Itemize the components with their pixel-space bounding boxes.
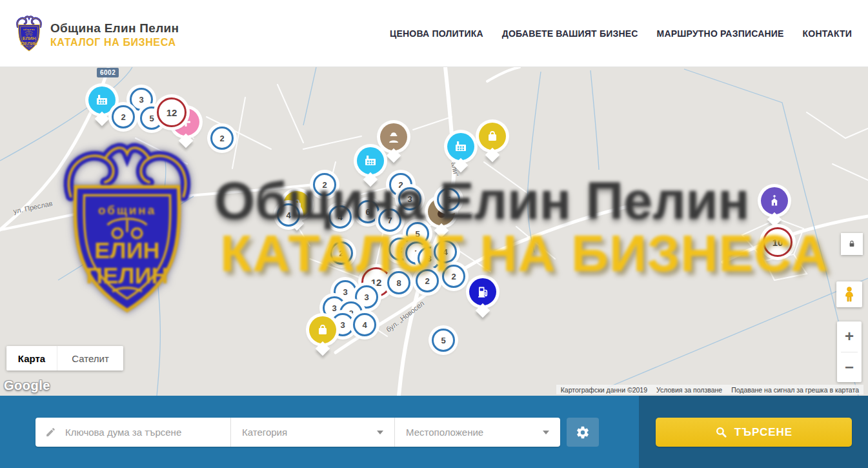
cluster-marker[interactable]: 10 [763, 227, 792, 257]
pegman-icon [841, 286, 858, 303]
nav-item-3[interactable]: КОНТАКТИ [803, 28, 852, 39]
search-controls-group: Категория Местоположение [35, 418, 560, 447]
chevron-down-icon [543, 431, 549, 434]
search-button[interactable]: ТЪРСЕНЕ [656, 418, 852, 447]
site-subtitle: КАТАЛОГ НА БИЗНЕСА [50, 37, 179, 48]
cluster-marker[interactable]: 3 [398, 187, 421, 210]
zoom-in-button[interactable]: + [837, 321, 862, 352]
attribution-data: Картографски данни ©2019 [556, 385, 652, 394]
map-type-control: Карта Сателит [6, 346, 123, 371]
chevron-down-icon [377, 431, 383, 434]
nav-item-1[interactable]: ДОБАВЕТЕ ВАШИЯТ БИЗНЕС [502, 28, 638, 39]
main-nav: ЦЕНОВА ПОЛИТИКАДОБАВЕТЕ ВАШИЯТ БИЗНЕСМАР… [390, 0, 852, 66]
svg-text:ЕЛИН: ЕЛИН [23, 36, 35, 41]
attribution-terms-link[interactable]: Условия за ползване [652, 385, 727, 394]
cluster-marker[interactable]: 2 [210, 127, 234, 150]
zoom-out-button[interactable]: − [837, 352, 862, 383]
bag-pin-marker[interactable] [309, 316, 336, 343]
worker-pin-marker[interactable] [380, 123, 407, 150]
bag-pin-marker[interactable] [479, 123, 506, 150]
cluster-marker[interactable]: 8 [387, 271, 410, 294]
nav-item-0[interactable]: ЦЕНОВА ПОЛИТИКА [390, 28, 483, 39]
cluster-marker[interactable]: 6 [356, 200, 379, 223]
location-select-value: Местоположение [406, 427, 483, 438]
cluster-marker[interactable]: 2 [313, 173, 336, 196]
cluster-marker[interactable]: 12 [157, 97, 187, 127]
marker-layer: 3251222235464752278412822333834510 [0, 67, 868, 396]
cluster-marker[interactable]: 4 [353, 313, 376, 336]
lock-button[interactable] [841, 233, 863, 255]
category-select-value: Категория [242, 427, 287, 438]
google-logo[interactable]: Google [4, 378, 50, 393]
cluster-marker[interactable]: 7 [378, 209, 401, 232]
svg-text:ПЕЛИН: ПЕЛИН [21, 41, 37, 46]
lock-icon [847, 239, 857, 249]
page: община ЕЛИН ПЕЛИН Община Елин Пелин КАТА… [0, 0, 868, 468]
category-select[interactable]: Категория [231, 418, 394, 447]
cluster-marker[interactable]: 4 [328, 205, 352, 229]
factory-pin-marker[interactable] [88, 86, 116, 114]
map-canvas[interactable]: 60028ул. Преславбул. „Новоселали“ 325122… [0, 67, 868, 396]
cluster-marker[interactable]: 2 [330, 241, 353, 265]
municipality-logo[interactable]: община ЕЛИН ПЕЛИН [14, 15, 44, 52]
pencil-icon [45, 427, 56, 438]
site-title: Община Елин Пелин [50, 21, 179, 36]
search-button-label: ТЪРСЕНЕ [734, 426, 792, 439]
factory-pin-marker[interactable] [447, 133, 474, 160]
attribution-report-link[interactable]: Подаване на сигнал за грешка в картата [727, 385, 863, 394]
search-bar: Категория Местоположение ТЪРСЕНЕ [0, 396, 868, 468]
cluster-marker[interactable]: 2 [416, 269, 439, 292]
zoom-control: + − [837, 321, 862, 382]
keyword-search-input[interactable] [64, 426, 230, 438]
map-attribution: Картографски данни ©2019 Условия за полз… [556, 385, 863, 394]
map-type-map-button[interactable]: Карта [6, 346, 57, 371]
church-pin-marker[interactable] [761, 187, 788, 214]
map-type-satellite-button[interactable]: Сателит [57, 346, 123, 371]
header: община ЕЛИН ПЕЛИН Община Елин Пелин КАТА… [0, 0, 868, 67]
cluster-marker[interactable]: 4 [277, 203, 300, 227]
cluster-marker[interactable]: 2 [112, 105, 135, 128]
advanced-settings-button[interactable] [567, 418, 599, 447]
gear-icon [576, 425, 590, 440]
nav-item-2[interactable]: МАРШРУТНО РАЗПИСАНИЕ [657, 28, 784, 39]
cluster-marker[interactable]: 5 [432, 329, 455, 352]
keyword-field-wrap [35, 418, 230, 447]
location-select[interactable]: Местоположение [395, 418, 560, 447]
site-title-block: Община Елин Пелин КАТАЛОГ НА БИЗНЕСА [50, 21, 179, 48]
cluster-marker[interactable]: 4 [434, 240, 457, 263]
street-view-pegman-button[interactable] [836, 281, 862, 307]
fuel-pin-marker[interactable] [469, 278, 496, 305]
cluster-marker[interactable]: 2 [442, 265, 465, 288]
factory-pin-marker[interactable] [357, 147, 384, 174]
svg-text:община: община [23, 28, 35, 31]
search-icon [715, 426, 727, 438]
cluster-marker[interactable]: 5 [437, 188, 460, 211]
